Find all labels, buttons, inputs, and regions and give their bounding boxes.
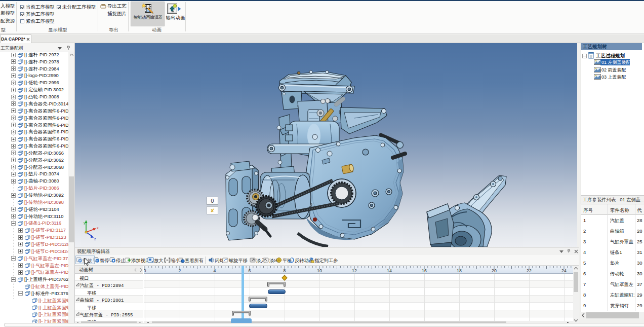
svg-text:z: z [94, 237, 96, 241]
svg-text:x: x [97, 226, 99, 230]
svg-text:y: y [84, 221, 86, 225]
